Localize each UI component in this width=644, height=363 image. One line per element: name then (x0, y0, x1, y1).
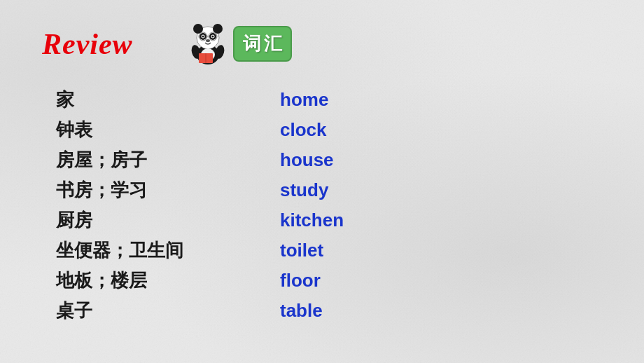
chinese-word: 厨房 (56, 208, 280, 233)
vocab-row: 地板；楼层floor (56, 268, 602, 293)
vocab-row: 坐便器；卫生间toilet (56, 238, 602, 263)
english-word: house (280, 149, 334, 171)
english-word: study (280, 179, 328, 201)
vocab-row: 钟表clock (56, 118, 602, 142)
vocab-char-1: 词 (243, 32, 261, 56)
english-word: floor (280, 270, 321, 292)
english-word: kitchen (280, 210, 344, 231)
english-word: home (280, 89, 328, 111)
vocab-row: 家home (56, 88, 602, 112)
svg-point-9 (211, 36, 214, 38)
vocab-row: 厨房kitchen (56, 208, 602, 233)
main-page: Review (0, 0, 644, 363)
english-word: table (280, 300, 323, 322)
header: Review (42, 21, 602, 67)
chinese-word: 房屋；房子 (56, 148, 280, 172)
svg-point-10 (206, 39, 210, 42)
vocab-list: 家home钟表clock房屋；房子house书房；学习study厨房kitche… (42, 88, 602, 323)
vocab-char-2: 汇 (264, 32, 282, 56)
vocab-row: 书房；学习study (56, 178, 602, 203)
panda-area: 词 汇 (189, 21, 292, 67)
panda-icon (189, 21, 227, 67)
svg-point-8 (202, 36, 204, 38)
vocab-badge: 词 汇 (233, 26, 292, 62)
chinese-word: 钟表 (56, 118, 280, 142)
review-title: Review (42, 27, 133, 61)
chinese-word: 地板；楼层 (56, 268, 280, 293)
english-word: clock (280, 119, 327, 141)
english-word: toilet (280, 240, 323, 261)
chinese-word: 书房；学习 (56, 178, 280, 203)
chinese-word: 家 (56, 88, 280, 112)
vocab-row: 桌子table (56, 299, 602, 323)
vocab-row: 房屋；房子house (56, 148, 602, 172)
chinese-word: 坐便器；卫生间 (56, 238, 280, 263)
chinese-word: 桌子 (56, 299, 280, 323)
